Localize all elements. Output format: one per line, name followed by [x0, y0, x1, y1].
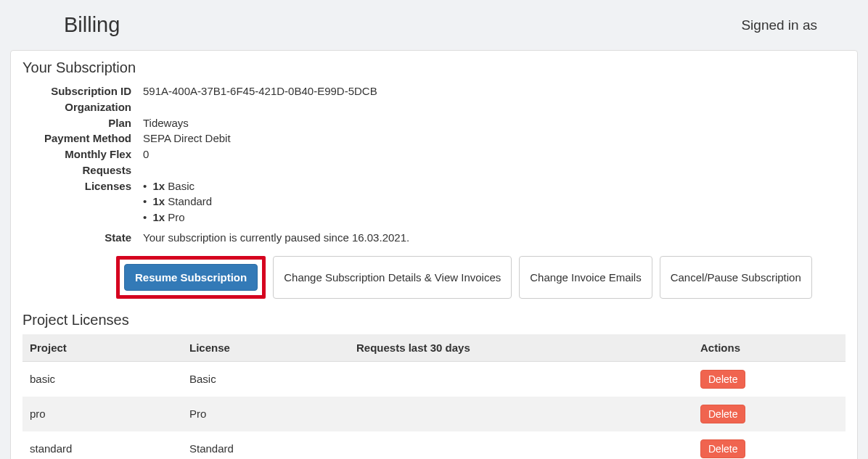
cell-license: Pro — [182, 397, 349, 431]
change-subscription-details-button[interactable]: Change Subscription Details & View Invoi… — [273, 256, 512, 299]
license-qty: 1x — [152, 211, 165, 223]
subscription-meta: Subscription ID 591A-400A-37B1-6F45-421D… — [22, 83, 846, 246]
license-qty: 1x — [152, 180, 165, 192]
col-license: License — [182, 334, 349, 362]
cell-license: Basic — [182, 361, 349, 397]
label-subscription-id: Subscription ID — [22, 83, 143, 99]
cell-requests — [349, 431, 693, 460]
value-payment-method: SEPA Direct Debit — [143, 131, 846, 146]
license-item: 1x Basic — [143, 178, 846, 194]
license-qty: 1x — [152, 195, 165, 207]
cell-requests — [349, 361, 693, 397]
page-title: Billing — [64, 13, 120, 37]
label-state: State — [22, 230, 143, 246]
license-item: 1x Pro — [143, 210, 846, 226]
label-licenses: Licenses — [22, 178, 143, 194]
col-requests: Requests last 30 days — [349, 334, 693, 362]
project-licenses-table: Project License Requests last 30 days Ac… — [22, 334, 846, 460]
value-subscription-id: 591A-400A-37B1-6F45-421D-0B40-E99D-5DCB — [143, 83, 846, 99]
cell-license: Standard — [182, 431, 349, 460]
subscription-panel: Your Subscription Subscription ID 591A-4… — [10, 50, 858, 459]
col-actions: Actions — [693, 334, 846, 362]
license-name: Standard — [168, 195, 212, 207]
label-payment-method: Payment Method — [22, 131, 143, 146]
table-row: pro Pro Delete — [22, 397, 846, 431]
table-row: standard Standard Delete — [22, 431, 846, 460]
value-monthly-flex: 0 — [143, 146, 846, 162]
resume-subscription-button[interactable]: Resume Subscription — [124, 264, 258, 291]
project-licenses-title: Project Licenses — [22, 312, 846, 328]
licenses-list: 1x Basic 1x Standard 1x Pro — [143, 178, 846, 226]
delete-button[interactable]: Delete — [700, 439, 745, 458]
value-state: Your subscription is currently paused si… — [143, 230, 846, 246]
change-invoice-emails-button[interactable]: Change Invoice Emails — [519, 256, 652, 299]
subscription-section-title: Your Subscription — [22, 59, 846, 76]
license-name: Basic — [168, 180, 195, 192]
cell-requests — [349, 397, 693, 431]
cell-project: basic — [22, 361, 182, 397]
label-monthly-flex: Monthly Flex Requests — [22, 146, 143, 178]
label-organization: Organization — [22, 99, 143, 115]
value-plan: Tideways — [143, 115, 846, 131]
delete-button[interactable]: Delete — [700, 405, 745, 423]
col-project: Project — [22, 334, 182, 362]
license-name: Pro — [168, 211, 184, 223]
subscription-actions: Resume Subscription Change Subscription … — [124, 256, 846, 299]
table-row: basic Basic Delete — [22, 361, 846, 397]
label-plan: Plan — [22, 115, 143, 131]
license-item: 1x Standard — [143, 194, 846, 210]
delete-button[interactable]: Delete — [700, 370, 745, 389]
cancel-pause-subscription-button[interactable]: Cancel/Pause Subscription — [660, 256, 812, 299]
resume-highlight: Resume Subscription — [116, 256, 266, 299]
signed-in-label: Signed in as — [741, 17, 817, 33]
cell-project: pro — [22, 397, 182, 431]
cell-project: standard — [22, 431, 182, 460]
